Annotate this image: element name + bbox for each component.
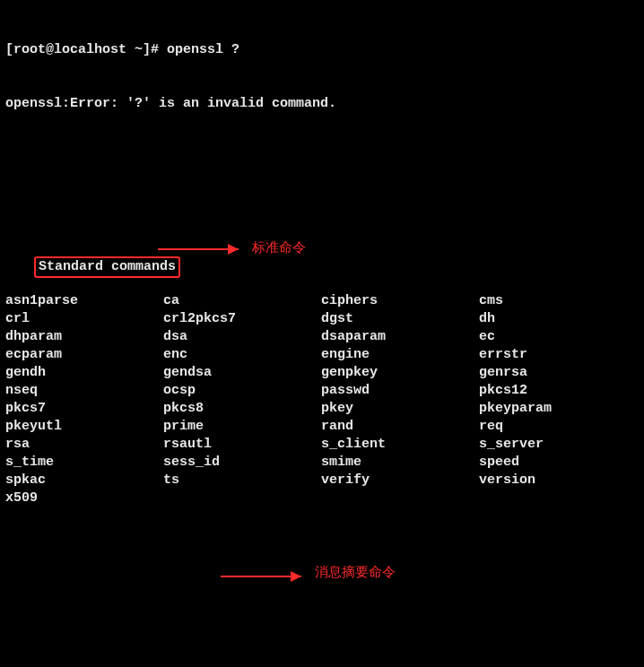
standard-header-box: Standard commands [34, 256, 180, 278]
prompt: [root@localhost ~]# [5, 42, 167, 57]
standard-grid: asn1parsecacipherscmscrlcrl2pkcs7dgstdhd… [5, 292, 639, 507]
command-item: ciphers [321, 292, 479, 310]
command-item: gendsa [163, 364, 321, 382]
command-item: sess_id [163, 454, 321, 472]
blank [5, 633, 639, 651]
command-item: ca [163, 292, 321, 310]
command-item: nseq [5, 382, 163, 400]
command-item: pkeyparam [479, 400, 637, 418]
error-line: openssl:Error: '?' is an invalid command… [5, 95, 639, 113]
command-item: pkey [321, 400, 479, 418]
terminal: [root@localhost ~]# openssl ? openssl:Er… [0, 0, 644, 667]
command-item: version [479, 472, 637, 489]
prompt-line: [root@localhost ~]# openssl ? [5, 41, 639, 59]
command-item: smime [321, 454, 479, 472]
command-item: genpkey [321, 364, 479, 382]
anno-digest: 消息摘要命令 [315, 563, 396, 581]
command-item: verify [321, 472, 479, 489]
command-item: ecparam [5, 346, 163, 364]
command-item: ocsp [163, 382, 321, 400]
command: openssl ? [167, 42, 239, 57]
command-item: engine [321, 346, 479, 364]
command-item: ec [479, 328, 637, 346]
command-item: crl2pkcs7 [163, 310, 321, 328]
command-item: gendh [5, 364, 163, 382]
command-item: dsa [163, 328, 321, 346]
command-item: pkcs8 [163, 400, 321, 418]
command-item: rand [321, 418, 479, 436]
standard-header-line: Standard commands 标准命令 [5, 238, 639, 256]
command-item: pkcs7 [5, 400, 163, 418]
command-item: dgst [321, 310, 479, 328]
command-item: speed [479, 454, 637, 472]
command-item: dh [479, 310, 637, 328]
arrow-icon [221, 570, 310, 583]
command-item: dsaparam [321, 328, 479, 346]
anno-standard: 标准命令 [252, 238, 306, 256]
command-item: rsa [5, 436, 163, 454]
command-item: prime [163, 418, 321, 436]
command-item: x509 [5, 489, 163, 507]
command-item: passwd [321, 382, 479, 400]
command-item: cms [479, 292, 637, 310]
command-item: errstr [479, 346, 637, 364]
blank [5, 149, 639, 167]
command-item: s_time [5, 454, 163, 472]
command-item: dhparam [5, 328, 163, 346]
command-item: s_client [321, 436, 479, 454]
command-item: req [479, 418, 637, 436]
arrow-icon [158, 243, 248, 256]
command-item: rsautl [163, 436, 321, 454]
command-item: pkeyutl [5, 418, 163, 436]
command-item: s_server [479, 436, 637, 454]
command-item: spkac [5, 472, 163, 489]
command-item: pkcs12 [479, 382, 637, 400]
command-item: genrsa [479, 364, 637, 382]
command-item: enc [163, 346, 321, 364]
command-item: ts [163, 472, 321, 489]
